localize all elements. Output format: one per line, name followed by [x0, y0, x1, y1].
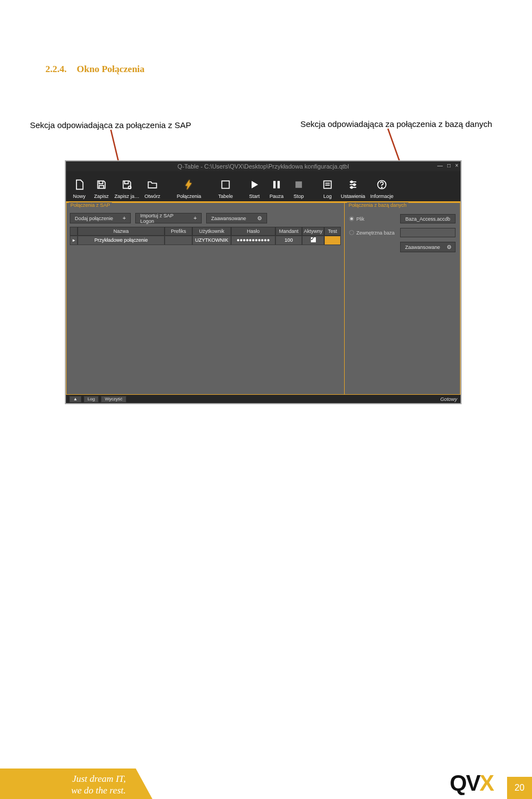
- tool-tables[interactable]: Tabele: [214, 179, 237, 199]
- tool-start[interactable]: Start: [243, 179, 265, 199]
- status-ready: Gotowy: [440, 396, 457, 402]
- sap-panel: Połączenia z SAP Dodaj połączenie+ Impor…: [66, 202, 344, 395]
- statusbar: ▲ Log Wyczyść Gotowy: [66, 395, 461, 403]
- plus-icon: +: [193, 215, 197, 221]
- status-clear-button[interactable]: Wyczyść: [101, 396, 126, 403]
- status-log-button[interactable]: Log: [84, 396, 99, 403]
- content-area: Połączenia z SAP Dodaj połączenie+ Impor…: [66, 202, 461, 395]
- titlebar: Q-Table - C:\Users\QVX\Desktop\Przykłado…: [66, 161, 461, 171]
- svg-rect-6: [295, 181, 302, 188]
- radio-icon: [349, 216, 354, 221]
- save-icon: [96, 179, 107, 190]
- play-icon: [249, 179, 260, 190]
- grid-header: Nazwa Prefiks Użytkownik Hasło Mandant A…: [70, 227, 341, 236]
- app-window: Q-Table - C:\Users\QVX\Desktop\Przykłado…: [65, 160, 462, 404]
- radio-file[interactable]: Plik: [349, 216, 365, 222]
- tool-stop[interactable]: Stop: [288, 179, 310, 199]
- svg-point-14: [354, 184, 355, 185]
- file-field[interactable]: Baza_Access.accdb: [400, 214, 456, 223]
- qvx-logo: QVX: [450, 771, 494, 796]
- help-icon: [376, 179, 387, 190]
- tool-save[interactable]: Zapisz: [90, 179, 112, 199]
- gear-icon: ⚙: [447, 244, 452, 250]
- svg-point-17: [381, 187, 382, 187]
- tool-new[interactable]: Nowy: [68, 179, 90, 199]
- section-number: 2.2.4.: [45, 64, 66, 74]
- svg-rect-5: [278, 181, 280, 188]
- annotation-sap: Sekcja odpowiadająca za połączenia z SAP: [30, 120, 191, 130]
- sap-panel-title: Połączenia z SAP: [69, 202, 112, 208]
- maximize-button[interactable]: □: [447, 162, 451, 169]
- import-sap-button[interactable]: Importuj z SAP Logon+: [135, 213, 202, 223]
- tool-settings[interactable]: Ustawienia: [339, 179, 367, 199]
- radio-external[interactable]: Zewnętrzna baza: [349, 230, 395, 236]
- toolbar: Nowy Zapisz Zapisz ja… Otwórz Połączenia…: [66, 171, 461, 202]
- save-as-icon: [121, 179, 132, 190]
- pause-icon: [271, 179, 282, 190]
- section-heading: 2.2.4. Okno Połączenia: [45, 64, 145, 75]
- svg-rect-3: [222, 181, 229, 188]
- tool-save-as[interactable]: Zapisz ja…: [112, 179, 141, 199]
- table-row[interactable]: ▸ Przykładowe połączenie UZYTKOWNIK ●●●●…: [70, 236, 341, 245]
- table-icon: [220, 179, 231, 190]
- gear-icon: ⚙: [257, 215, 262, 221]
- annotation-db: Sekcja odpowiadająca za połączenia z baz…: [300, 119, 492, 129]
- add-connection-button[interactable]: Dodaj połączenie+: [70, 213, 131, 223]
- external-field: [400, 228, 456, 237]
- close-button[interactable]: ×: [455, 162, 458, 169]
- window-controls: — □ ×: [437, 162, 458, 169]
- svg-point-13: [351, 181, 352, 182]
- minimize-button[interactable]: —: [437, 162, 443, 169]
- svg-point-2: [129, 186, 131, 189]
- lightning-icon: [183, 179, 195, 190]
- sap-advanced-button[interactable]: Zaawansowane⚙: [206, 213, 267, 223]
- status-expand-button[interactable]: ▲: [69, 396, 81, 403]
- db-panel: Połączenia z bazą danych Plik Baza_Acces…: [344, 202, 461, 395]
- stop-icon: [293, 179, 304, 190]
- sliders-icon: [347, 179, 359, 190]
- plus-icon: +: [122, 215, 126, 221]
- footer-slogan: Just dream IT, we do the rest.: [0, 769, 152, 799]
- section-title: Okno Połączenia: [77, 64, 145, 74]
- tool-log[interactable]: Log: [316, 179, 339, 199]
- tool-open[interactable]: Otwórz: [141, 179, 163, 199]
- svg-point-15: [351, 186, 352, 188]
- file-icon: [74, 179, 85, 190]
- active-checkbox[interactable]: [302, 236, 324, 245]
- db-advanced-button[interactable]: Zaawansowane⚙: [400, 242, 456, 252]
- tool-pause[interactable]: Pauza: [265, 179, 288, 199]
- svg-rect-4: [273, 181, 275, 188]
- radio-icon: [349, 230, 354, 235]
- folder-icon: [147, 179, 158, 190]
- sap-grid: Nazwa Prefiks Użytkownik Hasło Mandant A…: [70, 227, 341, 245]
- db-panel-title: Połączenia z bazą danych: [347, 202, 408, 208]
- page-number: 20: [507, 777, 532, 799]
- tool-connections[interactable]: Połączenia: [175, 179, 203, 199]
- tool-info[interactable]: Informacje: [367, 179, 396, 199]
- log-icon: [322, 179, 333, 190]
- window-title: Q-Table - C:\Users\QVX\Desktop\Przykłado…: [177, 163, 349, 170]
